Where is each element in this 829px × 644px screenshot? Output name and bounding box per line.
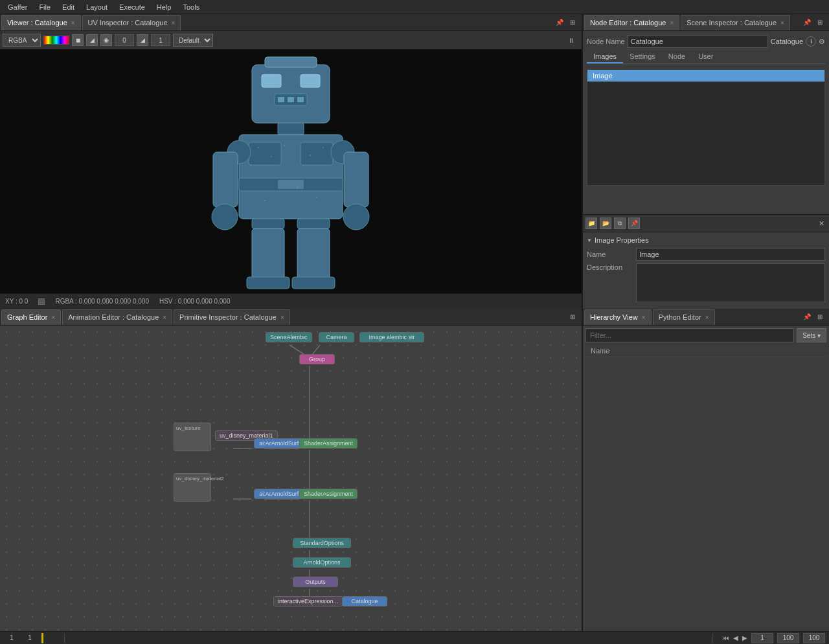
primitive-inspector-tab-close[interactable]: × <box>280 314 284 321</box>
channel-icon[interactable]: ◉ <box>100 34 112 46</box>
ne-pin-icon[interactable]: 📌 <box>802 17 812 28</box>
ne-close-btn[interactable]: ✕ <box>816 218 826 228</box>
gnode-arnoldoptions[interactable]: ArnoldOptions <box>293 557 351 568</box>
tab-graph-editor[interactable]: Graph Editor × <box>1 309 61 325</box>
graph-grid-icon[interactable]: ⊞ <box>567 312 578 322</box>
python-editor-tab-label: Python Editor <box>659 313 701 321</box>
gnode-shaderassign2-header: ShaderAssignment <box>300 489 357 498</box>
menu-bar: Gaffer File Edit Layout Execute Help Too… <box>0 0 829 14</box>
image-properties-header: ▼ Image Properties <box>587 236 825 244</box>
timeline: 1 1 ⏮ ◀ ▶ 1 100 100 <box>0 631 829 644</box>
name-prop-input[interactable] <box>636 248 825 261</box>
display-select[interactable]: Default <box>173 34 213 47</box>
gnode-group[interactable]: Group <box>299 354 335 364</box>
tab-animation-editor[interactable]: Animation Editor : Catalogue × <box>62 309 172 325</box>
tab-node-editor[interactable]: Node Editor : Catalogue × <box>584 15 679 30</box>
hierarchy-name-header: Name <box>585 345 826 357</box>
hier-pin-icon[interactable]: 📌 <box>802 312 812 322</box>
ne-pin-btn[interactable]: 📌 <box>628 217 640 229</box>
gnode-imagealembic[interactable]: Image alembic str <box>359 332 424 342</box>
ne-duplicate-btn[interactable]: ⧉ <box>614 217 626 229</box>
menu-gaffer[interactable]: Gaffer <box>3 2 32 12</box>
viewer-tab-close[interactable]: × <box>71 19 75 27</box>
maximize-icon[interactable]: ⊞ <box>567 17 578 28</box>
animation-editor-tab-close[interactable]: × <box>163 314 166 321</box>
gnode-camera[interactable]: Camera <box>319 332 354 342</box>
gain-icon[interactable]: ◢ <box>137 34 148 46</box>
description-prop-textarea[interactable] <box>636 263 825 302</box>
menu-tools[interactable]: Tools <box>177 2 205 12</box>
current-frame-input[interactable]: 1 <box>751 633 773 643</box>
scene-inspector-tab-close[interactable]: × <box>780 19 784 27</box>
gnode-imagealembic-header: Image alembic str <box>360 333 424 342</box>
tab-python-editor[interactable]: Python Editor × <box>653 309 715 325</box>
graph-area: Graph Editor × Animation Editor : Catalo… <box>0 309 583 631</box>
playback-prev-btn[interactable]: ◀ <box>733 634 738 641</box>
filter-input[interactable] <box>585 328 794 342</box>
gnode-standardoptions[interactable]: StandardOptions <box>293 538 351 548</box>
svg-point-26 <box>258 147 259 148</box>
pause-icon[interactable]: ⏸ <box>566 35 576 45</box>
gnode-group-header: Group <box>300 355 334 364</box>
playback-play-btn[interactable]: ▶ <box>742 634 747 641</box>
subtab-settings[interactable]: Settings <box>623 50 662 63</box>
node-gear-icon[interactable]: ⚙ <box>819 38 825 46</box>
pin-icon[interactable]: 📌 <box>554 17 565 28</box>
gnode-uv-texture2[interactable]: uv_disney_material2 <box>174 473 211 502</box>
node-editor-tab-close[interactable]: × <box>670 19 674 27</box>
image-list-item[interactable]: Image <box>587 70 824 82</box>
subtab-node[interactable]: Node <box>662 50 692 63</box>
gnode-uv-texture[interactable]: uv_texture <box>174 423 211 451</box>
tab-primitive-inspector[interactable]: Primitive Inspector : Catalogue × <box>174 309 290 325</box>
gain-value-input[interactable]: 1 <box>151 34 170 46</box>
node-name-input[interactable] <box>628 35 768 48</box>
node-info-icon[interactable]: ℹ <box>806 36 816 47</box>
viewer-canvas <box>0 49 582 293</box>
gnode-interactive[interactable]: interactiveExpression... <box>273 596 343 606</box>
svg-point-33 <box>264 200 266 201</box>
menu-execute[interactable]: Execute <box>114 2 150 12</box>
playback-end-input[interactable]: 100 <box>803 633 825 643</box>
channel-value-input[interactable]: 0 <box>115 34 134 46</box>
node-editor-toolbar: 📁 📂 ⧉ 📌 ✕ <box>583 214 829 232</box>
gnode-catalogue[interactable]: Catalogue <box>342 596 387 606</box>
menu-file[interactable]: File <box>34 2 56 12</box>
node-name-row: Node Name Catalogue ℹ ⚙ <box>587 35 825 48</box>
clamp-icon[interactable]: ◢ <box>86 34 98 46</box>
gnode-shaderassign1[interactable]: ShaderAssignment <box>299 438 358 449</box>
gnode-uv-texture2-label: uv_disney_material2 <box>176 476 209 482</box>
ne-folder-new-btn[interactable]: 📁 <box>585 217 597 229</box>
gnode-outputs[interactable]: Outputs <box>293 577 338 587</box>
ne-folder-open-btn[interactable]: 📂 <box>600 217 611 229</box>
viewer-toolbar-right: ⏸ <box>566 35 579 45</box>
channels-icon[interactable]: ◼ <box>72 34 84 46</box>
sets-button[interactable]: Sets ▾ <box>797 328 826 342</box>
tab-uv-inspector[interactable]: UV Inspector : Catalogue × <box>82 15 181 30</box>
subtab-images[interactable]: Images <box>587 50 623 63</box>
hierarchy-tab-bar: Hierarchy View × Python Editor × 📌 ⊞ <box>583 309 829 326</box>
ne-maximize-icon[interactable]: ⊞ <box>815 17 825 28</box>
python-editor-tab-close[interactable]: × <box>705 314 709 321</box>
tab-viewer[interactable]: Viewer : Catalogue × <box>1 15 81 30</box>
tab-scene-inspector[interactable]: Scene Inspector : Catalogue × <box>681 15 790 30</box>
end-frame-input[interactable]: 100 <box>777 633 799 643</box>
graph-content[interactable]: SceneAlembic Camera Image alembic str Gr… <box>0 326 582 631</box>
gnode-shaderassign2[interactable]: ShaderAssignment <box>299 489 358 499</box>
grid-background <box>0 326 582 631</box>
svg-point-27 <box>271 156 272 157</box>
playback-start-btn[interactable]: ⏮ <box>723 634 729 641</box>
color-strip <box>43 36 69 45</box>
menu-edit[interactable]: Edit <box>57 2 80 12</box>
menu-layout[interactable]: Layout <box>81 2 113 12</box>
subtab-user[interactable]: User <box>692 50 720 63</box>
hierarchy-view-tab-close[interactable]: × <box>642 314 646 321</box>
svg-rect-22 <box>252 228 284 280</box>
menu-help[interactable]: Help <box>152 2 177 12</box>
graph-editor-tab-close[interactable]: × <box>51 314 55 321</box>
tab-hierarchy-view[interactable]: Hierarchy View × <box>584 309 652 325</box>
rgba-select[interactable]: RGBA RGBRGBA <box>3 34 41 47</box>
hier-maximize-icon[interactable]: ⊞ <box>815 312 825 322</box>
node-editor-tab-icons: 📌 ⊞ <box>802 17 828 28</box>
uv-tab-close[interactable]: × <box>172 19 176 27</box>
gnode-scenealembic[interactable]: SceneAlembic <box>266 332 312 342</box>
